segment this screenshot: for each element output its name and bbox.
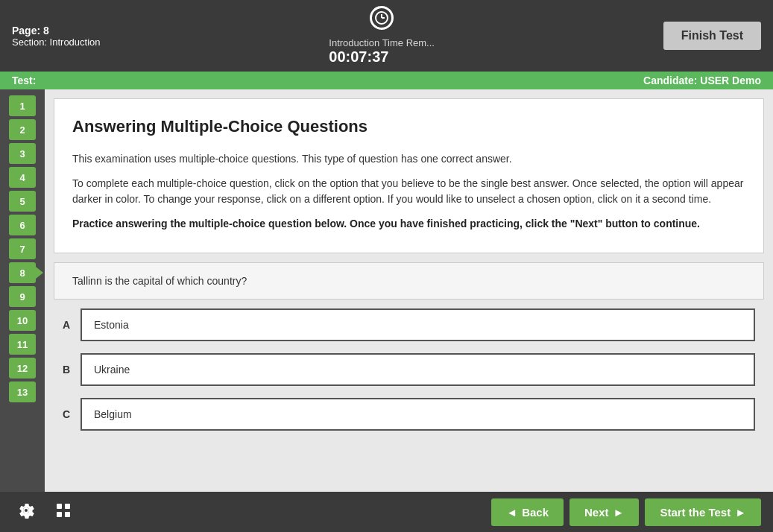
content-area: Answering Multiple-Choice Questions This…: [45, 89, 773, 492]
start-test-button[interactable]: Start the Test ►: [645, 498, 761, 526]
sidebar-item-1[interactable]: 1: [9, 95, 36, 116]
next-arrow-icon: ►: [613, 506, 625, 519]
sidebar-item-3[interactable]: 3: [9, 143, 36, 164]
sidebar-item-4[interactable]: 4: [9, 167, 36, 188]
page-number: 8: [43, 25, 49, 37]
section-info: Section: Introduction: [12, 37, 101, 48]
header: Page: 8 Section: Introduction Introducti…: [0, 0, 773, 72]
answer-row-a: A Estonia: [63, 308, 755, 341]
footer-icons: [12, 499, 78, 525]
timer-info: Introduction Time Rem... 00:07:37: [329, 37, 435, 66]
sidebar-item-6[interactable]: 6: [9, 215, 36, 235]
sidebar-item-9[interactable]: 9: [9, 286, 36, 307]
answer-letter-a: A: [63, 319, 81, 331]
sidebar-item-8[interactable]: 8: [9, 262, 36, 283]
answer-row-b: B Ukraine: [63, 353, 755, 386]
timer-area: Introduction Time Rem... 00:07:37: [329, 6, 435, 66]
content-scroll[interactable]: Answering Multiple-Choice Questions This…: [45, 89, 773, 492]
settings-icon-button[interactable]: [12, 499, 40, 525]
finish-test-button[interactable]: Finish Test: [663, 22, 761, 50]
sidebar-item-10[interactable]: 10: [9, 310, 36, 331]
svg-rect-3: [57, 504, 62, 509]
instruction-box: Answering Multiple-Choice Questions This…: [54, 98, 764, 253]
question-text: Tallinn is the capital of which country?: [72, 275, 745, 287]
answer-letter-b: B: [63, 364, 81, 376]
answers-area: A Estonia B Ukraine C Belgium: [54, 308, 764, 452]
answer-row-c: C Belgium: [63, 398, 755, 431]
svg-rect-4: [65, 504, 70, 509]
main-area: 1 2 3 4 5 6 7 8 9 10 11 12 13 Answering …: [0, 89, 773, 492]
start-test-label: Start the Test: [660, 506, 731, 519]
svg-rect-6: [65, 512, 70, 517]
candidate-label: Candidate:: [643, 75, 700, 86]
back-label: Back: [522, 506, 549, 519]
status-bar: Test: Candidate: USER Demo: [0, 72, 773, 89]
next-label: Next: [584, 506, 609, 519]
start-arrow-icon: ►: [735, 506, 746, 519]
grid-icon-button[interactable]: [49, 499, 78, 525]
sidebar-item-13[interactable]: 13: [9, 381, 36, 402]
footer-nav-buttons: ◄ Back Next ► Start the Test ►: [491, 498, 761, 526]
page-section-info: Page: 8 Section: Introduction: [12, 25, 101, 48]
question-box: Tallinn is the capital of which country?: [54, 262, 764, 300]
timer-label: Introduction Time Rem...: [329, 37, 435, 48]
answer-option-a[interactable]: Estonia: [81, 308, 755, 341]
svg-rect-5: [57, 512, 62, 517]
section-name: Introduction: [50, 37, 101, 48]
section-label: Section:: [12, 37, 47, 48]
footer: ◄ Back Next ► Start the Test ►: [0, 492, 773, 532]
answer-option-b[interactable]: Ukraine: [81, 353, 755, 386]
sidebar-item-11[interactable]: 11: [9, 334, 36, 355]
candidate-name: USER Demo: [700, 75, 761, 86]
sidebar-item-5[interactable]: 5: [9, 191, 36, 212]
sidebar-item-12[interactable]: 12: [9, 358, 36, 379]
back-arrow-icon: ◄: [506, 506, 517, 519]
content-heading: Answering Multiple-Choice Questions: [72, 117, 745, 136]
sidebar: 1 2 3 4 5 6 7 8 9 10 11 12 13: [0, 89, 45, 492]
content-paragraph1: This examination uses multiple-choice qu…: [72, 151, 745, 167]
back-button[interactable]: ◄ Back: [491, 498, 564, 526]
timer-value: 00:07:37: [329, 48, 435, 66]
answer-letter-c: C: [63, 408, 81, 420]
sidebar-item-7[interactable]: 7: [9, 238, 36, 259]
sidebar-item-2[interactable]: 2: [9, 119, 36, 140]
content-paragraph2: To complete each multiple-choice questio…: [72, 176, 745, 207]
candidate-info: Candidate: USER Demo: [643, 75, 761, 86]
clock-icon: [370, 6, 394, 30]
answer-option-c[interactable]: Belgium: [81, 398, 755, 431]
next-button[interactable]: Next ►: [570, 498, 639, 526]
practice-note: Practice answering the multiple-choice q…: [72, 216, 745, 232]
test-label: Test:: [12, 75, 36, 86]
page-label: Page:: [12, 25, 40, 37]
page-info: Page: 8: [12, 25, 101, 37]
